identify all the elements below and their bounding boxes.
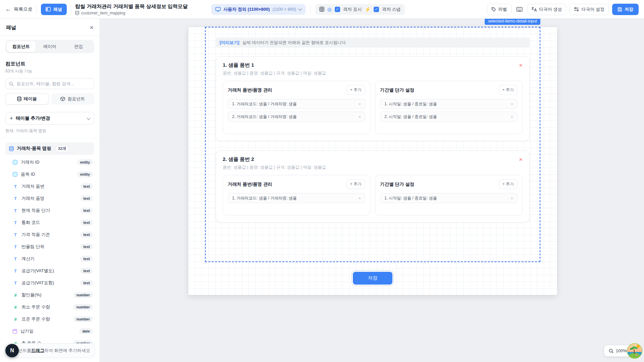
island-badge-icon[interactable] <box>627 343 643 359</box>
add-table-dropdown[interactable]: + 테이블 추가/변경 <box>5 112 94 125</box>
preview-card: 1. 샘플 품번 1 × 품번: 샘플값 | 품명: 샘플값 | 규격: 샘플값… <box>216 56 530 141</box>
row-remove-icon[interactable]: × <box>511 196 513 201</box>
component-search[interactable] <box>5 78 94 89</box>
panel-rows: 1. 시작일: 샘플 / 종료일: 샘플 × <box>380 193 518 203</box>
components-section-title: 컴포넌트 <box>5 61 94 67</box>
row-remove-icon[interactable]: × <box>511 114 513 119</box>
grid-show-checkbox[interactable]: ✓ <box>335 7 340 12</box>
save-button-text: 저장 <box>625 6 633 12</box>
field-type-icon <box>13 316 18 322</box>
field-row[interactable]: 현재 적용 단가 text <box>5 204 94 217</box>
sub-panel-header: 기간별 단가 설정 + 추가 <box>380 85 518 95</box>
label-button-text: 라벨 <box>498 6 507 12</box>
row-remove-icon[interactable]: × <box>511 102 513 107</box>
field-type-badge: number <box>73 316 93 322</box>
field-row[interactable]: 표준 주문 수량 number <box>5 313 94 325</box>
document-title-block: 탑씰 거래처관리 거래처별 품목 상세정보 입력모달 customer_item… <box>75 3 207 15</box>
lightning-icon[interactable]: ⚡ <box>365 7 370 12</box>
field-row[interactable]: 공급가(VAT포함) text <box>5 277 94 289</box>
sub-panel: 기간별 단가 설정 + 추가 1. 시작일: 샘플 / 종료일: 샘플 × 2.… <box>375 81 523 134</box>
modal-save-button[interactable]: 저장 <box>353 272 392 285</box>
field-row[interactable]: 납기일 date <box>5 325 94 337</box>
field-type-badge: entity <box>77 171 93 177</box>
keyboard-shortcuts-button[interactable] <box>515 6 524 13</box>
card-close-icon[interactable]: × <box>519 62 523 68</box>
row-remove-icon[interactable]: × <box>358 196 361 201</box>
artboard[interactable]: selected-items-detail-input [미리보기] 실제 데이… <box>188 27 557 295</box>
label-button[interactable]: 라벨 <box>487 4 512 15</box>
n-avatar[interactable]: N <box>5 344 19 357</box>
sliders-icon <box>574 7 579 11</box>
row-remove-icon[interactable]: × <box>358 102 361 107</box>
field-label: 계산기 <box>21 256 77 262</box>
database-icon <box>17 97 21 101</box>
i18n-settings-text: 다국어 설정 <box>581 6 604 12</box>
tab-components[interactable]: 컴포넌트 <box>7 41 36 52</box>
panel-add-button[interactable]: + 추가 <box>499 179 518 189</box>
field-type-badge: text <box>80 183 93 189</box>
i18n-generate-button[interactable]: 다국어 생성 <box>527 4 567 15</box>
field-row[interactable]: 거래처 ID entity <box>5 156 94 168</box>
panel-rows: 1. 시작일: 샘플 / 종료일: 샘플 × 2. 시작일: 샘플 / 종료일:… <box>380 99 518 122</box>
components-count: 83개 사용 가능 <box>5 68 94 74</box>
sidebar-body: 컴포넌트 레이어 편집 컴포넌트 83개 사용 가능 테이블 <box>0 36 100 349</box>
viewport-size-selector[interactable]: 사용자 정의 (1100×800) (1100 × 800) <box>211 4 306 15</box>
field-type-badge: text <box>80 207 93 214</box>
field-type-icon <box>13 244 18 249</box>
panel-row: 1. 거래처코드: 샘플 / 거래처명: 샘플 × <box>228 193 365 203</box>
field-label: 공급가(VAT별도) <box>21 268 77 274</box>
close-icon[interactable]: × <box>90 24 94 31</box>
design-canvas[interactable]: selected-items-detail-input [미리보기] 실제 데이… <box>100 19 644 362</box>
field-row[interactable]: 품목 ID entity <box>5 168 94 180</box>
field-type-badge: number <box>73 292 93 298</box>
field-list: 거래처 ID entity 품목 ID entity 거래처 품번 text 거… <box>5 156 94 349</box>
zoom-value: 100% <box>616 348 627 353</box>
field-row[interactable]: 할인율(%) number <box>5 289 94 301</box>
panel-add-button[interactable]: + 추가 <box>499 85 518 95</box>
field-row[interactable]: 공급가(VAT별도) text <box>5 265 94 277</box>
field-type-icon <box>13 232 18 237</box>
card-header: 2. 샘플 품번 2 × <box>223 156 523 163</box>
card-close-icon[interactable]: × <box>519 156 523 163</box>
field-row[interactable]: 가격 적용 기준 text <box>5 229 94 241</box>
tab-layers[interactable]: 레이어 <box>36 41 64 52</box>
preview-banner: [미리보기] 실제 데이터가 전달되면 아래와 같은 형태로 표시됩니다 <box>216 38 530 48</box>
field-row[interactable]: 최소 주문 수량 number <box>5 301 94 313</box>
save-button[interactable]: 저장 <box>612 4 639 15</box>
table-group-header[interactable]: 거래처-품목 맵핑 32개 <box>5 142 94 155</box>
back-to-list-button[interactable]: ← 목록으로 <box>5 6 33 13</box>
sub-panel-header: 거래처 품번/품명 관리 + 추가 <box>228 179 365 189</box>
drag-hint-bold: 드래그 <box>31 348 44 354</box>
field-type-icon <box>13 268 18 274</box>
panel-toggle-button[interactable]: 패널 <box>41 4 67 15</box>
app-header: ← 목록으로 패널 탑씰 거래처관리 거래처별 품목 상세정보 입력모달 cus… <box>0 0 644 19</box>
search-input[interactable] <box>16 81 91 86</box>
panel-add-button[interactable]: + 추가 <box>346 179 365 189</box>
page-title: 탑씰 거래처관리 거래처별 품목 상세정보 입력모달 <box>75 3 207 10</box>
package-icon <box>60 97 65 101</box>
field-type-icon <box>13 304 18 310</box>
field-row[interactable]: 거래처 품번 text <box>5 180 94 192</box>
panel-add-button[interactable]: + 추가 <box>346 85 365 95</box>
eye-icon[interactable]: ◎ <box>327 7 332 12</box>
source-table-button[interactable]: 테이블 <box>5 93 49 105</box>
field-row[interactable]: 반올림 단위 text <box>5 241 94 253</box>
field-row[interactable]: 거래처 품명 text <box>5 192 94 204</box>
field-type-badge: text <box>80 195 93 201</box>
field-label: 거래처 품명 <box>21 195 77 201</box>
grid-snap-checkbox[interactable]: ✓ <box>374 7 379 12</box>
tab-edit[interactable]: 편집 <box>64 41 93 52</box>
selected-component[interactable]: selected-items-detail-input [미리보기] 실제 데이… <box>205 27 540 262</box>
field-row[interactable]: 계산기 text <box>5 253 94 265</box>
field-type-badge: text <box>80 280 93 286</box>
field-row[interactable]: 통화 코드 text <box>5 217 94 229</box>
i18n-settings-button[interactable]: 다국어 설정 <box>570 4 609 15</box>
field-label: 가격 적용 기준 <box>21 232 77 238</box>
source-component-button[interactable]: 컴포넌트 <box>51 93 95 105</box>
field-label: 공급가(VAT포함) <box>21 280 77 286</box>
panel-title: 거래처 품번/품명 관리 <box>228 181 272 187</box>
monitor-icon <box>215 7 221 12</box>
row-remove-icon[interactable]: × <box>358 114 361 119</box>
panel-row: 1. 거래처코드: 샘플 / 거래처명: 샘플 × <box>228 99 365 109</box>
card-title: 1. 샘플 품번 1 <box>223 62 254 68</box>
